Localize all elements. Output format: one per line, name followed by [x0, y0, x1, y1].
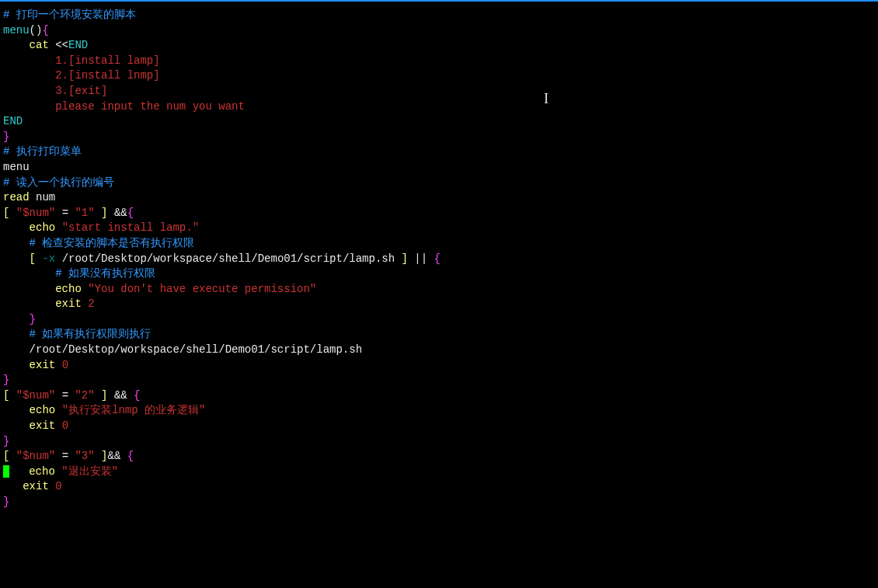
string: "$num": [16, 207, 55, 219]
read-keyword: read: [3, 191, 30, 204]
code-line: 3.[exit]: [3, 84, 875, 99]
comment-text: # 执行打印菜单: [3, 145, 82, 158]
code-line: # 如果有执行权限则执行: [3, 327, 875, 343]
code-line: [ -x /root/Desktop/workspace/shell/Demo0…: [3, 252, 875, 267]
code-line: echo "退出安装": [3, 464, 875, 480]
op: &&: [107, 450, 120, 462]
path: /root/Desktop/workspace/shell/Demo01/scr…: [55, 252, 401, 265]
string: "start install lamp.": [62, 221, 199, 234]
op: =: [62, 207, 68, 219]
brace: {: [134, 389, 140, 402]
parens: (): [30, 24, 43, 37]
code-line: echo "执行安装lnmp 的业务逻辑": [3, 403, 875, 419]
heredoc-text: 1.[install lamp]: [3, 54, 160, 67]
string: "You don't have execute permission": [88, 283, 316, 295]
comment-text: # 读入一个执行的编号: [3, 176, 114, 189]
brace: {: [127, 207, 134, 219]
number: 0: [62, 419, 68, 432]
brace: {: [127, 450, 134, 462]
heredoc-end: END: [68, 39, 88, 51]
code-line: # 执行打印菜单: [3, 144, 875, 160]
exit-keyword: exit: [3, 297, 88, 310]
brace: }: [3, 435, 9, 447]
code-line: }: [3, 434, 875, 450]
code-line: exit 2: [3, 297, 875, 312]
text-cursor-icon: I: [544, 89, 549, 109]
code-line: # 检查安装的脚本是否有执行权限: [3, 236, 875, 252]
code-line: /root/Desktop/workspace/shell/Demo01/scr…: [3, 343, 875, 358]
code-line: 1.[install lamp]: [3, 54, 875, 69]
flag: -x: [42, 252, 55, 265]
op: ||: [414, 252, 427, 265]
cursor-block: [3, 465, 9, 478]
comment-text: # 如果有执行权限则执行: [3, 328, 151, 340]
code-line: # 读入一个执行的编号: [3, 176, 875, 191]
echo-keyword: echo: [3, 404, 62, 416]
code-line: }: [3, 373, 875, 388]
comment-text: # 如果没有执行权限: [3, 267, 155, 280]
code-line: exit 0: [3, 358, 875, 374]
heredoc-text: please input the num you want: [3, 100, 245, 113]
function-name: menu: [3, 24, 30, 37]
heredoc-text: 3.[exit]: [3, 85, 107, 97]
exit-keyword: exit: [3, 480, 55, 492]
code-line: }: [3, 130, 875, 145]
brace: {: [434, 252, 441, 265]
call: menu: [3, 161, 30, 173]
code-line: 2.[install lnmp]: [3, 68, 875, 84]
code-line: exit 0: [3, 419, 875, 434]
brace: }: [3, 313, 36, 325]
code-line: }: [3, 312, 875, 328]
op: =: [62, 389, 68, 402]
code-line: [ "$num" = "3" ]&& {: [3, 449, 875, 464]
echo-keyword: echo: [9, 465, 61, 478]
path: /root/Desktop/workspace/shell/Demo01/scr…: [3, 343, 362, 356]
brace: {: [42, 24, 48, 37]
code-line: [ "$num" = "1" ] &&{: [3, 206, 875, 221]
var: num: [30, 191, 56, 204]
op: =: [62, 450, 68, 462]
code-line: echo "start install lamp.": [3, 221, 875, 236]
string: "$num": [16, 389, 55, 402]
brace: }: [3, 374, 9, 386]
comment-text: # 检查安装的脚本是否有执行权限: [3, 237, 194, 249]
string: "执行安装lnmp 的业务逻辑": [62, 404, 206, 416]
bracket: [: [30, 252, 36, 265]
code-line: menu(){: [3, 23, 875, 39]
string: "$num": [16, 450, 55, 462]
bracket: ]: [402, 252, 408, 265]
cat-keyword: cat: [3, 39, 55, 51]
string: "退出安装": [61, 465, 118, 478]
brace: }: [3, 130, 9, 143]
code-line: [ "$num" = "2" ] && {: [3, 388, 875, 404]
terminal-editor[interactable]: # 打印一个环境安装的脚本 menu(){ cat <<END 1.[insta…: [3, 8, 875, 510]
code-line: # 如果没有执行权限: [3, 266, 875, 282]
string: "1": [75, 207, 94, 219]
number: 0: [55, 480, 61, 492]
heredoc-end: END: [3, 115, 23, 127]
string: "3": [75, 450, 94, 462]
code-line: }: [3, 495, 875, 510]
brace: }: [3, 496, 9, 508]
exit-keyword: exit: [3, 419, 62, 432]
heredoc-text: 2.[install lnmp]: [3, 69, 160, 82]
echo-keyword: echo: [3, 221, 62, 234]
code-line: # 打印一个环境安装的脚本: [3, 8, 875, 23]
comment-text: # 打印一个环境安装的脚本: [3, 9, 136, 21]
code-line: please input the num you want: [3, 99, 875, 115]
code-line: echo "You don't have execute permission": [3, 282, 875, 297]
op: &&: [114, 207, 127, 219]
code-line: exit 0: [3, 479, 875, 495]
code-line: read num: [3, 190, 875, 206]
code-line: menu: [3, 160, 875, 176]
echo-keyword: echo: [3, 283, 88, 295]
string: "2": [75, 389, 94, 402]
exit-keyword: exit: [3, 359, 62, 371]
code-line: END: [3, 114, 875, 130]
op: &&: [114, 389, 127, 402]
code-line: cat <<END: [3, 38, 875, 54]
heredoc-op: <<: [55, 39, 68, 51]
number: 0: [62, 359, 68, 371]
number: 2: [88, 297, 94, 310]
